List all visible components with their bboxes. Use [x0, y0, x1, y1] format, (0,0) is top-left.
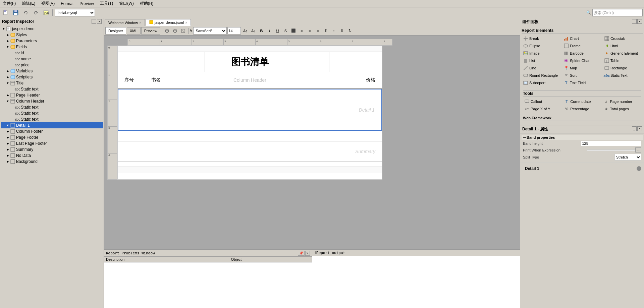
redo-button[interactable]: [32, 9, 40, 17]
tab-jasper-demo-close[interactable]: ×: [185, 21, 187, 24]
elem-table[interactable]: Table: [603, 57, 643, 64]
properties-minimize[interactable]: _: [632, 126, 637, 131]
fit-page-button[interactable]: [179, 27, 187, 35]
tree-item-field-name[interactable]: abc name: [1, 56, 103, 62]
compile-button[interactable]: jrxml: [42, 9, 50, 17]
tree-item-variables[interactable]: ▶ Variables: [1, 68, 103, 74]
strikethrough-button[interactable]: S: [282, 27, 289, 35]
tool-percentage[interactable]: % Percentage: [562, 106, 601, 112]
elem-text-field[interactable]: T Text Field: [562, 79, 602, 86]
expander-column-header[interactable]: ▼: [5, 99, 10, 104]
inspector-close[interactable]: ×: [97, 19, 102, 24]
designer-tab-xml[interactable]: XML: [127, 27, 141, 35]
expander-column-footer[interactable]: ▶: [5, 129, 10, 134]
underline-button[interactable]: U: [274, 27, 281, 35]
tree-item-title-static[interactable]: abc Static text: [1, 86, 103, 92]
elem-generic[interactable]: ✦ Generic Element: [603, 50, 643, 57]
italic-button[interactable]: I: [266, 27, 273, 35]
tree-item-fields[interactable]: ▼ Fields: [1, 44, 103, 50]
font-larger-button[interactable]: A↑: [241, 27, 249, 35]
band-detail1[interactable]: Detail 1: [118, 89, 382, 131]
tree-item-field-price[interactable]: abc price: [1, 62, 103, 68]
expander-parameters[interactable]: ▶: [5, 39, 10, 43]
rotate-button[interactable]: ↻: [346, 27, 354, 35]
expander-summary[interactable]: ▶: [5, 147, 10, 152]
tree-item-title[interactable]: ▼ Title: [1, 80, 103, 86]
elem-ellipse[interactable]: Ellipse: [522, 43, 561, 49]
tree-item-background[interactable]: ▶ Background: [1, 159, 103, 165]
search-input[interactable]: [592, 9, 643, 16]
designer-tab-preview[interactable]: Preview: [141, 27, 160, 35]
band-height-value[interactable]: 125: [581, 141, 642, 146]
problems-close[interactable]: ×: [305, 251, 310, 256]
database-select[interactable]: loclal-mysql: [55, 9, 95, 16]
elem-round-rectangle[interactable]: Round Rectangle: [522, 72, 561, 79]
tree-item-last-page-footer[interactable]: ▶ Last Page Footer: [1, 140, 103, 146]
align-left-button[interactable]: ⬛: [290, 27, 297, 35]
menu-view[interactable]: 视图(V): [40, 0, 56, 7]
align-middle-button[interactable]: ↕: [330, 27, 337, 35]
elem-chart[interactable]: Chart: [562, 35, 602, 42]
expander-page-header[interactable]: ▶: [5, 93, 10, 98]
expander-background[interactable]: ▶: [5, 159, 10, 164]
font-smaller-button[interactable]: A↓: [250, 27, 257, 35]
expander-page-footer[interactable]: ▶: [5, 135, 10, 140]
align-top-button[interactable]: ⬆: [322, 27, 329, 35]
expander-no-data[interactable]: ▶: [5, 153, 10, 158]
elem-sort[interactable]: Sort: [562, 72, 602, 79]
tree-item-summary[interactable]: ▶ Summary: [1, 146, 103, 152]
zoom-out-button[interactable]: [171, 27, 179, 35]
tree-item-ch-static3[interactable]: abc Static text: [1, 116, 103, 122]
elem-html[interactable]: H Html: [603, 43, 643, 49]
elem-subreport[interactable]: Subreport: [522, 79, 561, 86]
tree-item-no-data[interactable]: ▶ No Data: [1, 152, 103, 159]
problems-pin[interactable]: 📌: [298, 251, 305, 256]
menu-window[interactable]: 窗口(W): [118, 0, 135, 7]
elem-break[interactable]: Break: [522, 35, 561, 42]
menu-help[interactable]: 帮助(H): [139, 0, 155, 7]
elem-line[interactable]: Line: [522, 65, 561, 71]
font-select[interactable]: SansSerif: [193, 27, 227, 35]
elem-barcode[interactable]: Barcode: [562, 50, 602, 57]
elem-list[interactable]: List: [522, 57, 561, 64]
font-size-input[interactable]: [227, 27, 241, 35]
tool-callout[interactable]: Callout: [523, 98, 562, 105]
elem-spider-chart[interactable]: 🕷 Spider Chart: [562, 57, 602, 64]
expander-scriptlets[interactable]: ▶: [5, 75, 10, 79]
elem-image[interactable]: Image: [522, 50, 561, 57]
align-center-button[interactable]: ≡: [298, 27, 305, 35]
expander-styles[interactable]: ▶: [5, 33, 10, 37]
align-bottom-button[interactable]: ⬇: [338, 27, 345, 35]
expander-last-page-footer[interactable]: ▶: [5, 141, 10, 146]
bold-button[interactable]: B: [258, 27, 265, 35]
zoom-in-button[interactable]: [163, 27, 171, 35]
menu-preview[interactable]: Preview: [78, 1, 95, 6]
menu-edit[interactable]: 编辑(E): [20, 0, 37, 7]
expander-title[interactable]: ▼: [5, 81, 10, 85]
tree-item-scriptlets[interactable]: ▶ Scriptlets: [1, 74, 103, 80]
expander-fields[interactable]: ▼: [5, 45, 10, 49]
tree-item-styles[interactable]: ▶ Styles: [1, 32, 103, 38]
save-button[interactable]: [11, 9, 20, 17]
tree-item-page-footer[interactable]: ▶ Page Footer: [1, 134, 103, 140]
tab-welcome[interactable]: Welcome Window ×: [105, 19, 145, 26]
tree-item-column-footer[interactable]: ▶ Column Footer: [1, 128, 103, 134]
align-right-button[interactable]: ≡: [306, 27, 313, 35]
tool-page-x-of-y[interactable]: X/Y Page X of Y: [523, 106, 562, 112]
expander-detail1[interactable]: ▼: [5, 123, 10, 128]
designer-tab-designer[interactable]: Designer: [105, 27, 126, 35]
elem-rectangle[interactable]: Rectangle: [603, 65, 643, 71]
tool-total-pages[interactable]: # Total pages: [602, 106, 641, 112]
tree-item-ch-static2[interactable]: abc Static text: [1, 110, 103, 116]
elem-frame[interactable]: Frame: [562, 43, 602, 49]
tree-item-column-header[interactable]: ▼ Column Header: [1, 98, 103, 104]
menu-format[interactable]: Format: [59, 1, 75, 6]
tree-item-field-id[interactable]: abc id: [1, 50, 103, 56]
align-justify-button[interactable]: ≡: [314, 27, 321, 35]
band-properties-section[interactable]: — Band properties: [522, 135, 643, 140]
properties-close[interactable]: ×: [637, 126, 642, 131]
tree-item-detail1[interactable]: ▼ Detail 1: [1, 122, 103, 128]
tool-page-number[interactable]: # Page number: [602, 98, 641, 105]
inspector-minimize[interactable]: _: [92, 19, 96, 24]
print-when-value[interactable]: [587, 149, 635, 151]
